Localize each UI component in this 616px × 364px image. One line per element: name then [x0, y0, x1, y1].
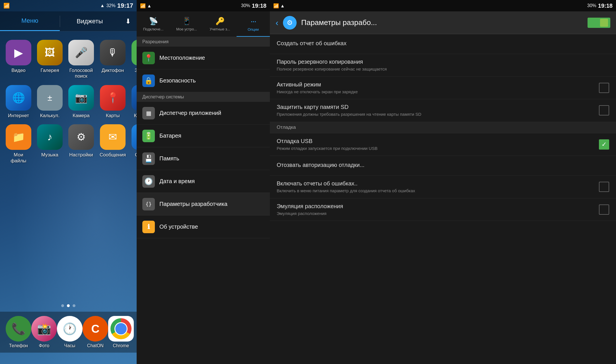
data-vremya-label: Дата и время	[159, 178, 195, 185]
tab-widgets[interactable]: Виджеты	[60, 11, 120, 31]
tab-optsii[interactable]: ··· Опции	[237, 11, 270, 37]
app-voice-icon: 🎤	[68, 40, 94, 65]
app-voice-search[interactable]: 🎤 Голосовой поиск	[68, 40, 94, 79]
ob-ustroystve-icon: ℹ	[142, 221, 155, 233]
dev-item-active-mode[interactable]: Активный режим Никогда не отключать экра…	[270, 77, 616, 100]
app-music[interactable]: ♪ Музыка	[37, 124, 63, 164]
settings-item-dispetcher-prilozheny[interactable]: ▦ Диспетчер приложений	[137, 102, 270, 125]
app-calc[interactable]: ± Калькул.	[37, 85, 63, 119]
enable-error-reports-content: Включать отчеты об ошибках.. Включить в …	[277, 180, 594, 194]
dock-photo[interactable]: 📸 Фото	[31, 316, 57, 348]
app-messages-icon: ✉	[100, 124, 126, 150]
download-tab[interactable]: ⬇	[120, 17, 137, 25]
dev-item-emulation[interactable]: Эмуляция расположения Эмуляция расположе…	[270, 198, 616, 221]
home-time: 19:17	[117, 2, 133, 9]
app-messages[interactable]: ✉ Сообщения	[100, 124, 126, 164]
settings-item-pamyat[interactable]: 💾 Память	[137, 147, 270, 170]
dock-chrome[interactable]: Chrome	[108, 316, 134, 348]
dev-status-left: 📶 ▲	[273, 3, 285, 9]
dock-phone[interactable]: 📞 Телефон	[6, 316, 31, 348]
bezopasnost-label: Безопасность	[159, 77, 196, 84]
dock-chrome-label: Chrome	[113, 343, 129, 348]
app-music-label: Музыка	[41, 152, 58, 158]
active-mode-checkbox[interactable]	[599, 83, 609, 93]
settings-time: 19:18	[252, 3, 266, 9]
settings-item-batareja[interactable]: 🔋 Батарея	[137, 125, 270, 147]
app-settings-icon: ⚙	[68, 124, 94, 150]
revoke-auth-title: Отозвать авторизацию отладки...	[277, 162, 609, 168]
app-help-icon: ?	[132, 124, 137, 150]
otladka-label: Отладка	[277, 125, 296, 130]
app-internet[interactable]: 🌐 Интернет	[6, 85, 31, 119]
settings-item-mestopolozhenie[interactable]: 📍 Местоположение	[137, 47, 270, 69]
dock-clock[interactable]: 🕐 Часы	[57, 316, 83, 348]
app-grid: ▶ Видео 🖼 Галерея 🎤 Голосовой поиск 🎙 Ди…	[0, 31, 137, 172]
moyo-ustro-label: Мое устро...	[176, 27, 197, 31]
dev-item-revoke-auth[interactable]: Отозвать авторизацию отладки...	[270, 156, 616, 176]
settings-item-data-vremya[interactable]: 🕐 Дата и время	[137, 170, 270, 193]
tab-moyo-ustro[interactable]: 📱 Мое устро...	[170, 11, 203, 37]
emulation-title: Эмуляция расположения	[277, 203, 594, 210]
backup-password-subtitle: Полное резервное копирование сейчас не з…	[277, 66, 609, 72]
dev-item-protect-sd[interactable]: Защитить карту памяти SD Приложения долж…	[270, 99, 616, 122]
usb-debug-checkbox[interactable]: ✓	[599, 139, 609, 150]
dev-item-backup-password[interactable]: Пароль резервного копирования Полное рез…	[270, 54, 616, 77]
app-downloads[interactable]: ⬇ Загрузки	[132, 40, 137, 79]
app-settings[interactable]: ⚙ Настройки	[68, 124, 94, 164]
dock-chaton[interactable]: C ChatON	[83, 316, 108, 348]
dispetcher-icon: ▦	[142, 107, 155, 119]
settings-section-razresheniya: Разрешения	[137, 37, 270, 47]
enable-error-reports-checkbox[interactable]	[599, 182, 609, 192]
home-status-bar: 📶 ▲ 32% 19:17	[0, 0, 137, 11]
app-contacts[interactable]: 👤 Контакты	[132, 85, 137, 119]
app-dictophone[interactable]: 🎙 Диктофон	[100, 40, 126, 79]
signal-icon: ▲	[100, 3, 105, 8]
dev-options-panel: 📶 ▲ 30% 19:18 ‹ ⚙ Параметры разрабо... С…	[270, 0, 616, 364]
app-camera-label: Камера	[73, 113, 89, 119]
app-gallery-label: Галерея	[40, 68, 59, 73]
app-myfiles[interactable]: 📁 Мои файлы	[6, 124, 31, 164]
app-downloads-label: Загрузки	[135, 68, 137, 73]
settings-signal-icon: ▲	[147, 3, 151, 8]
settings-item-dev-options[interactable]: {} Параметры разработчика	[137, 193, 270, 216]
app-myfiles-label: Мои файлы	[6, 152, 31, 164]
dock-photo-label: Фото	[39, 343, 50, 348]
settings-panel: 📶 ▲ 30% 19:18 📡 Подключе... 📱 Мое устро.…	[137, 0, 270, 364]
emulation-checkbox[interactable]	[599, 204, 609, 215]
create-report-content: Создать отчет об ошибках	[277, 40, 609, 48]
app-internet-label: Интернет	[8, 113, 29, 119]
dock-chrome-icon	[108, 316, 134, 342]
protect-sd-content: Защитить карту памяти SD Приложения долж…	[277, 104, 594, 117]
settings-status-right: 30% 19:18	[241, 3, 266, 9]
podklyuchenie-label: Подключе...	[143, 27, 164, 31]
dev-item-enable-error-reports[interactable]: Включать отчеты об ошибках.. Включить в …	[270, 176, 616, 198]
emulation-subtitle: Эмуляция расположения	[277, 211, 594, 216]
dev-item-create-report[interactable]: Создать отчет об ошибках	[270, 34, 616, 54]
dev-item-usb-debug[interactable]: Отладка USB Режим отладки запускается пр…	[270, 133, 616, 156]
data-vremya-icon: 🕐	[142, 175, 155, 188]
settings-item-ob-ustroystve[interactable]: ℹ Об устройстве	[137, 216, 270, 238]
app-messages-label: Сообщения	[100, 152, 126, 158]
tab-podklyuchenie[interactable]: 📡 Подключе...	[137, 11, 170, 37]
uchetnye-label: Учетные з...	[210, 27, 230, 31]
dev-toggle[interactable]	[588, 18, 610, 28]
dev-signal-icon: ▲	[280, 3, 285, 8]
mestopolozhenie-label: Местоположение	[159, 55, 205, 61]
app-gallery[interactable]: 🖼 Галерея	[37, 40, 63, 79]
app-camera[interactable]: 📷 Камера	[68, 85, 94, 119]
app-maps[interactable]: 📍 Карты	[100, 85, 126, 119]
dock-chaton-label: ChatON	[87, 343, 104, 348]
app-help[interactable]: ? Справка	[132, 124, 137, 164]
protect-sd-checkbox[interactable]	[599, 105, 609, 115]
settings-item-bezopasnost[interactable]: 🔒 Безопасность	[137, 69, 270, 92]
backup-password-content: Пароль резервного копирования Полное рез…	[277, 59, 609, 72]
tab-menu[interactable]: Меню	[0, 11, 60, 31]
home-screen: 📶 ▲ 32% 19:17 Меню Виджеты ⬇ ▶ Видео 🖼 Г…	[0, 0, 137, 364]
tab-uchetnye[interactable]: 🔑 Учетные з...	[203, 11, 237, 37]
back-button[interactable]: ‹	[276, 18, 278, 28]
app-dictophone-icon: 🎙	[100, 40, 126, 65]
enable-error-reports-subtitle: Включить в меню питания параметр для соз…	[277, 188, 594, 194]
app-video[interactable]: ▶ Видео	[6, 40, 31, 79]
tab-widgets-label: Виджеты	[77, 18, 103, 25]
home-status-left: 📶	[3, 3, 10, 9]
